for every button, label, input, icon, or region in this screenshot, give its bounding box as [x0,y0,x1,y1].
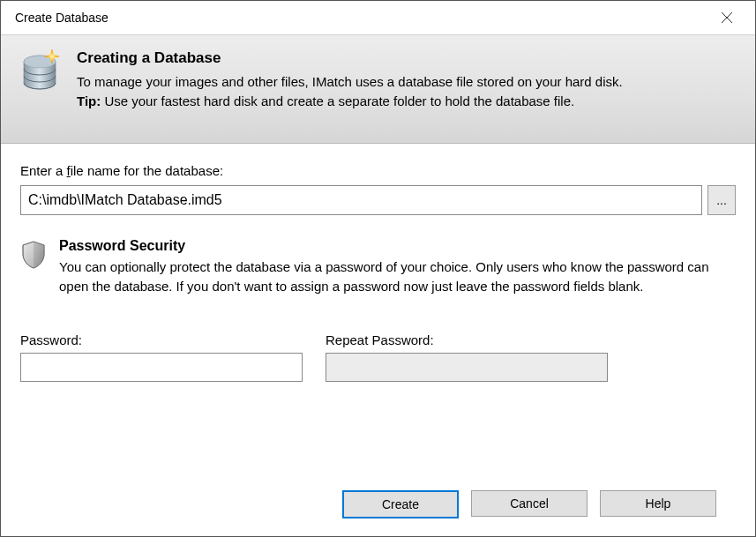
password-heading: Password Security [59,238,736,254]
close-button[interactable] [709,4,745,31]
repeat-password-col: Repeat Password: [326,332,608,382]
database-icon [19,49,64,111]
create-button[interactable]: Create [342,490,459,518]
file-label: Enter a file name for the database: [20,163,736,178]
browse-button[interactable]: ... [707,185,736,215]
database-path-input[interactable] [20,185,702,215]
tip-label: Tip: [77,93,101,108]
password-fields-row: Password: Repeat Password: [20,332,736,382]
password-input[interactable] [20,353,303,382]
titlebar: Create Database [1,1,755,34]
header-text: Creating a Database To manage your image… [77,49,623,111]
shield-icon [20,238,47,272]
repeat-password-label: Repeat Password: [326,332,608,347]
header-panel: Creating a Database To manage your image… [1,34,755,144]
header-heading: Creating a Database [77,49,623,67]
content-area: Enter a file name for the database: ... [1,144,755,537]
password-section: Password Security You can optionally pro… [20,238,736,297]
tip-body: Use your fastest hard disk and create a … [101,93,574,108]
header-body: To manage your images and other files, I… [77,72,623,111]
help-button[interactable]: Help [600,490,716,517]
repeat-password-input [326,353,608,382]
password-label: Password: [20,332,303,347]
password-col: Password: [20,332,303,382]
window-title: Create Database [15,11,109,25]
password-desc: You can optionally protect the database … [59,257,736,297]
cancel-button[interactable]: Cancel [471,490,588,517]
file-row: ... [20,185,736,215]
create-database-dialog: Create Database [0,0,756,537]
button-row: Create Cancel Help [20,474,736,536]
password-text: Password Security You can optionally pro… [59,238,736,297]
close-icon [721,11,733,24]
